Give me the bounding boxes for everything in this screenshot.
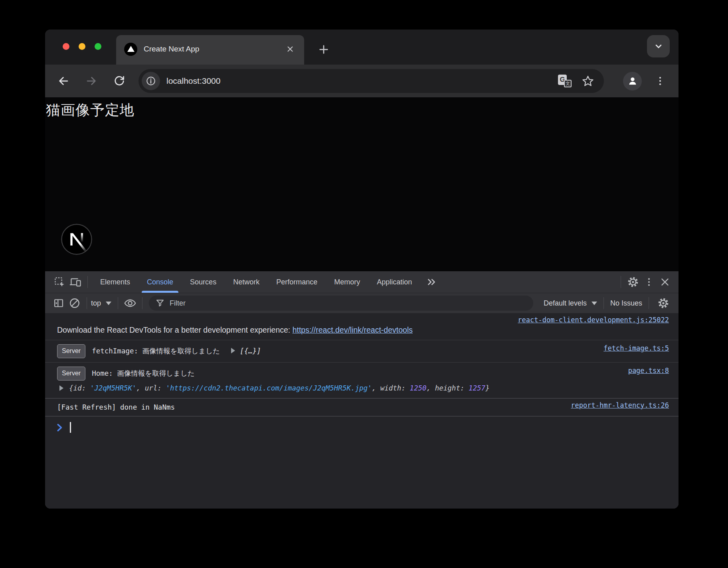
clear-console-button[interactable] — [67, 295, 83, 311]
array-preview[interactable]: [{…}] — [240, 347, 261, 355]
tab-strip: Create Next App — [45, 30, 679, 65]
site-info-button[interactable] — [142, 72, 160, 90]
browser-toolbar: localhost:3000 G文 — [45, 65, 679, 97]
browser-window: Create Next App — [45, 30, 679, 509]
prompt-chevron-icon — [56, 423, 63, 432]
source-link[interactable]: fetch-image.ts:5 — [603, 344, 669, 352]
message-text: Download the React DevTools for a better… — [57, 325, 293, 334]
bookmark-button[interactable] — [580, 73, 596, 89]
console-log-area[interactable]: react-dom-client.development.js:25022 Do… — [45, 314, 679, 509]
console-filter[interactable] — [149, 296, 533, 311]
forward-button[interactable] — [83, 72, 100, 90]
nextjs-dev-indicator[interactable] — [61, 224, 92, 255]
message-text: fetchImage: 画像情報を取得しました — [92, 347, 220, 355]
context-selector[interactable]: top — [91, 299, 111, 308]
tab-sources[interactable]: Sources — [182, 271, 225, 293]
url-text[interactable]: localhost:3000 — [166, 76, 557, 86]
tab-application[interactable]: Application — [368, 271, 420, 293]
server-badge: Server — [57, 367, 85, 381]
console-message-fast-refresh: [Fast Refresh] done in NaNms report-hmr-… — [45, 398, 679, 416]
browser-menu-button[interactable] — [652, 72, 668, 90]
filter-input[interactable] — [170, 299, 527, 308]
tab-network[interactable]: Network — [225, 271, 268, 293]
source-link[interactable]: page.tsx:8 — [628, 367, 669, 375]
gear-icon — [657, 297, 669, 309]
message-text: Home: 画像情報を取得しました — [92, 369, 195, 377]
tab-console[interactable]: Console — [138, 271, 182, 293]
more-tabs-button[interactable] — [420, 276, 443, 288]
double-chevron-icon — [426, 276, 437, 288]
close-icon — [659, 276, 671, 288]
browser-tab[interactable]: Create Next App — [116, 35, 304, 65]
info-icon — [146, 76, 156, 86]
text-cursor — [70, 422, 71, 433]
tab-memory[interactable]: Memory — [326, 271, 368, 293]
address-bar[interactable]: localhost:3000 G文 — [138, 69, 604, 93]
tab-performance[interactable]: Performance — [268, 271, 326, 293]
tab-close-icon[interactable] — [283, 42, 297, 56]
reload-button[interactable] — [111, 72, 128, 90]
source-link[interactable]: react-dom-client.development.js:25022 — [518, 316, 669, 324]
panel-toggle-icon — [53, 298, 64, 309]
message-text: [Fast Refresh] done in NaNms — [57, 403, 175, 411]
device-toolbar-button[interactable] — [67, 274, 83, 290]
tab-elements[interactable]: Elements — [92, 271, 138, 293]
eye-icon — [124, 297, 136, 310]
minimize-window-button[interactable] — [79, 43, 85, 50]
close-window-button[interactable] — [63, 43, 69, 50]
devtools-tabbar: Elements Console Sources Network Perform… — [45, 271, 679, 293]
console-toolbar: top Defaul — [45, 293, 679, 314]
device-toolbar-icon — [69, 276, 81, 288]
back-arrow-icon — [57, 75, 69, 87]
nextjs-favicon-icon — [124, 43, 137, 56]
console-settings-button[interactable] — [655, 295, 671, 311]
kebab-menu-icon — [644, 276, 654, 288]
dropdown-arrow-icon — [592, 302, 597, 305]
live-expression-button[interactable] — [122, 295, 138, 311]
console-message-home: ServerHome: 画像情報を取得しました {id: 'J2qM5HR5K'… — [45, 362, 679, 398]
chevron-down-icon — [653, 41, 664, 51]
source-link[interactable]: report-hmr-latency.ts:26 — [571, 401, 669, 409]
tab-search-button[interactable] — [647, 35, 670, 57]
log-levels-selector[interactable]: Default levels — [544, 299, 597, 308]
desktop-background: Create Next App — [0, 0, 728, 568]
issues-counter[interactable]: No Issues — [610, 299, 642, 308]
gear-icon — [627, 276, 639, 288]
filter-funnel-icon — [155, 298, 165, 308]
traffic-lights — [63, 43, 101, 50]
inspect-element-button[interactable] — [51, 274, 67, 290]
tab-title: Create Next App — [144, 45, 283, 53]
star-icon — [582, 75, 594, 87]
back-button[interactable] — [55, 72, 72, 90]
profile-button[interactable] — [623, 72, 642, 91]
devtools-close-button[interactable] — [657, 274, 673, 290]
console-prompt[interactable] — [45, 416, 679, 438]
new-tab-button[interactable] — [313, 39, 334, 60]
dropdown-arrow-icon — [106, 302, 111, 305]
console-sidebar-toggle[interactable] — [51, 295, 67, 311]
inspect-cursor-icon — [53, 276, 65, 288]
zoom-window-button[interactable] — [95, 43, 101, 50]
message-link[interactable]: https://react.dev/link/react-devtools — [293, 325, 413, 334]
expand-triangle-icon[interactable] — [231, 348, 235, 353]
page-heading: 猫画像予定地 — [45, 97, 679, 120]
devtools-settings-button[interactable] — [625, 274, 641, 290]
expand-triangle-icon[interactable] — [59, 385, 63, 391]
devtools-menu-button[interactable] — [641, 274, 657, 290]
console-message-fetchimage: ServerfetchImage: 画像情報を取得しました[{…}] fetch… — [45, 340, 679, 362]
translate-button[interactable]: G文 — [557, 73, 573, 89]
page-viewport: 猫画像予定地 — [45, 97, 679, 271]
reload-icon — [113, 75, 125, 87]
devtools-panel: Elements Console Sources Network Perform… — [45, 271, 679, 509]
forward-arrow-icon — [85, 75, 97, 87]
object-preview[interactable]: {id: 'J2qM5HR5K', url: 'https://cdn2.the… — [69, 382, 490, 394]
kebab-menu-icon — [655, 75, 665, 87]
console-message-react-devtools: react-dom-client.development.js:25022 Do… — [45, 314, 679, 340]
no-entry-icon — [69, 297, 81, 309]
server-badge: Server — [57, 344, 85, 358]
person-icon — [627, 75, 638, 87]
google-translate-icon: G文 — [558, 75, 572, 87]
